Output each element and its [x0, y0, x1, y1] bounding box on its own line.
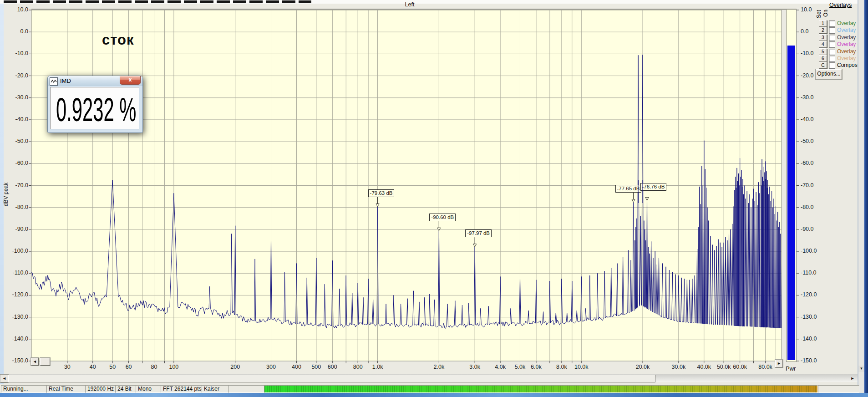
y-tick-label: -40.0 — [8, 116, 28, 122]
plot-scroll-thumb[interactable] — [40, 358, 50, 366]
x-tick-label: 1.0k — [363, 364, 392, 370]
y-tick-label-right: -80.0 — [801, 204, 823, 210]
overlay-on-checkbox-3[interactable] — [829, 35, 835, 41]
x-tick-label: 2.0k — [424, 364, 453, 370]
hscroll-thumb[interactable] — [8, 375, 655, 382]
desktop-background-sliver — [0, 393, 868, 397]
overlay-label-2: Overlay 2 — [837, 27, 860, 33]
overlay-on-checkbox-5[interactable] — [829, 49, 835, 55]
imd-dialog-titlebar[interactable]: IMD x — [48, 76, 142, 86]
status-panel-5: FFT 262144 pts — [161, 385, 203, 393]
x-tick-label: 30 — [53, 364, 82, 370]
y-tick-label: -100.0 — [8, 248, 28, 254]
x-tick-label: 6.0k — [522, 364, 551, 370]
peak-marker-label: -90.60 dB — [429, 214, 456, 221]
overlay-label-4: Overlay 4 — [837, 41, 860, 47]
vscroll-down-button[interactable]: ▼ — [858, 366, 864, 372]
y-tick-label: -10.0 — [8, 50, 28, 56]
peak-marker-label: -76.76 dB — [640, 183, 667, 191]
overlay-set-button-4[interactable]: 4 — [819, 41, 827, 48]
overlay-on-checkbox-4[interactable] — [829, 41, 835, 48]
plot-scroll-left-button[interactable]: ◄ — [31, 358, 39, 366]
peak-marker-label: -77.65 dB — [615, 185, 642, 193]
y-tick-label-right: -70.0 — [801, 182, 823, 188]
overlay-set-button-2[interactable]: 2 — [819, 27, 827, 34]
overlay-on-checkbox-2[interactable] — [829, 27, 835, 34]
y-tick-label-right: -90.0 — [801, 226, 823, 232]
imd-dialog-title: IMD — [60, 77, 71, 84]
options-button[interactable]: Options... — [816, 69, 842, 79]
y-tick-label-right: -30.0 — [801, 94, 823, 101]
imd-dialog: IMD x 0.9232 % — [47, 76, 143, 133]
y-tick-label-right: -120.0 — [801, 291, 823, 298]
window-border — [864, 0, 868, 397]
y-tick-label-right: -150.0 — [801, 357, 823, 364]
overlay-on-checkbox-C[interactable] — [829, 62, 835, 69]
y-tick-label: -90.0 — [8, 226, 28, 232]
x-tick-label: 60.0k — [726, 364, 755, 370]
y-tick-label: 10.0 — [8, 6, 28, 13]
overlay-label-6: Overlay 6 — [837, 55, 860, 61]
waveform-icon — [50, 77, 58, 86]
overlay-set-button-1[interactable]: 1 — [819, 20, 827, 27]
x-tick-label: 60 — [114, 364, 143, 370]
y-tick-label-right: -130.0 — [801, 314, 823, 320]
overlay-label-1: Overlay 1 — [837, 20, 860, 26]
overlays-panel-title: Overlays — [829, 2, 852, 8]
y-tick-label: -20.0 — [8, 72, 28, 79]
x-tick-label: 100 — [159, 364, 188, 370]
status-level-meter — [264, 385, 818, 393]
y-tick-label: -130.0 — [8, 314, 28, 320]
close-icon[interactable]: x — [120, 76, 141, 85]
x-tick-label: 30.0k — [664, 364, 693, 370]
power-meter-bar — [787, 46, 795, 360]
status-panel-6: Kaiser — [202, 385, 229, 393]
overlay-set-button-C[interactable]: C — [819, 62, 827, 69]
y-tick-label: 0.0 — [8, 28, 28, 35]
overlay-set-button-3[interactable]: 3 — [819, 34, 827, 41]
y-tick-label: -50.0 — [8, 138, 28, 144]
overlay-label-3: Overlay 3 — [837, 34, 860, 41]
x-tick-label: 200 — [221, 364, 250, 370]
y-tick-label-right: -100.0 — [801, 248, 823, 254]
hscroll-right-button[interactable]: ► — [849, 376, 856, 381]
overlay-set-button-5[interactable]: 5 — [819, 48, 827, 55]
y-tick-label: -70.0 — [8, 182, 28, 188]
plot-scroll-right-button[interactable]: ► — [775, 360, 783, 367]
overlay-set-button-6[interactable]: 6 — [819, 55, 827, 62]
y-tick-label-right: -40.0 — [801, 116, 823, 122]
y-tick-label: -150.0 — [8, 357, 28, 364]
x-tick-label: 600 — [318, 364, 347, 370]
overlay-on-checkbox-6[interactable] — [829, 56, 835, 62]
overlays-on-column-label: On — [822, 10, 829, 17]
y-tick-label-right: -60.0 — [801, 160, 823, 166]
y-tick-label: -30.0 — [8, 94, 28, 101]
imd-dialog-body: 0.9232 % — [50, 87, 139, 129]
y-tick-label: -110.0 — [8, 270, 28, 276]
y-tick-label: -60.0 — [8, 160, 28, 166]
overlay-on-checkbox-1[interactable] — [829, 20, 835, 27]
vertical-scrollbar[interactable] — [858, 0, 864, 393]
y-tick-label-right: -110.0 — [801, 270, 823, 276]
y-tick-label: -80.0 — [8, 204, 28, 210]
spectrum-plot — [0, 0, 868, 397]
overlay-label-C: Composit — [837, 62, 860, 68]
status-panel-2: 192000 Hz — [85, 385, 116, 393]
imd-value: 0.9232 % — [56, 91, 136, 128]
y-tick-label: -120.0 — [8, 291, 28, 298]
hscroll-left-button[interactable]: ◄ — [0, 375, 8, 382]
peak-marker-label: -79.63 dB — [368, 189, 395, 197]
status-panel-3: 24 Bit — [115, 385, 137, 393]
x-tick-label: 300 — [257, 364, 286, 370]
power-meter-label: Pwr — [786, 365, 796, 372]
status-empty-panel — [818, 385, 859, 393]
x-tick-label: 20.0k — [628, 364, 657, 370]
peak-marker-label: -97.97 dB — [465, 229, 492, 237]
plot-annotation: сток — [102, 32, 134, 48]
status-panel-4: Mono — [136, 385, 162, 393]
status-empty-panel — [228, 385, 265, 393]
overlay-label-5: Overlay 5 — [837, 48, 860, 55]
y-tick-label-right: -50.0 — [801, 138, 823, 144]
status-panel-0: Running... — [1, 385, 47, 393]
y-tick-label-right: -140.0 — [801, 336, 823, 342]
